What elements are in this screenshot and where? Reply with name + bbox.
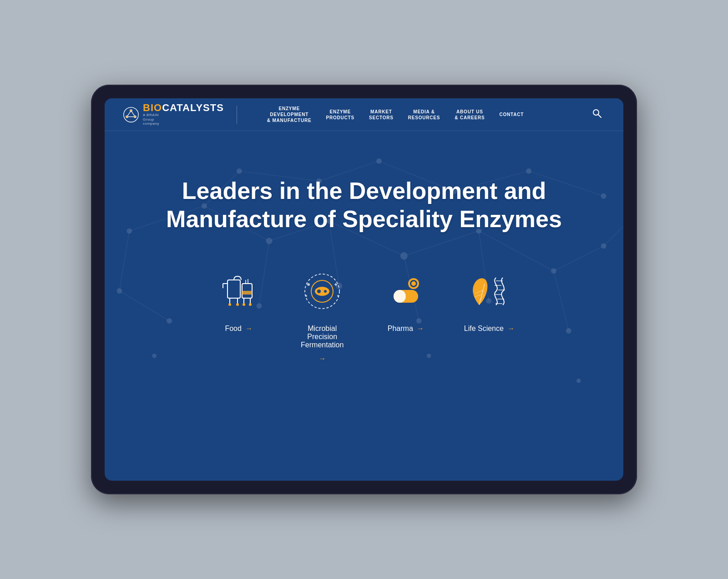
svg-point-40 [601, 244, 606, 249]
svg-point-78 [307, 283, 310, 286]
svg-point-46 [526, 168, 531, 173]
nav-item-media[interactable]: MEDIA &RESOURCES [401, 105, 448, 124]
svg-point-44 [376, 158, 381, 163]
svg-point-81 [337, 295, 339, 297]
pharma-card-label: Pharma → [388, 325, 424, 333]
svg-point-8 [126, 116, 128, 117]
svg-point-67 [236, 303, 239, 306]
nav-items: ENZYMEDEVELOPMENT& MANUFACTURE ENZYMEPRO… [260, 102, 589, 127]
svg-point-80 [305, 295, 307, 297]
svg-point-87 [411, 281, 416, 286]
navigation: BIOCATALYSTS A BRAIN Group company ENZYM… [105, 98, 623, 131]
svg-line-27 [119, 291, 169, 321]
card-microbial[interactable]: Microbial PrecisionFermentation → [280, 261, 364, 372]
svg-point-75 [315, 287, 329, 296]
life-science-card-label: Life Science → [464, 325, 515, 333]
microbial-icon [295, 270, 349, 315]
nav-item-about[interactable]: ABOUT US& CAREERS [447, 105, 492, 124]
logo-text: BIOCATALYSTS A BRAIN Group company [143, 103, 224, 126]
svg-rect-70 [242, 291, 252, 295]
microbial-card-label: Microbial PrecisionFermentation → [294, 325, 350, 363]
card-pharma[interactable]: Pharma → [364, 261, 448, 342]
svg-line-19 [604, 221, 623, 246]
svg-line-11 [598, 115, 601, 117]
hero-section: Leaders in the Development and Manufactu… [105, 131, 623, 481]
svg-point-76 [317, 290, 321, 293]
nav-item-enzyme-dev[interactable]: ENZYMEDEVELOPMENT& MANUFACTURE [260, 102, 319, 127]
pharma-icon [379, 270, 433, 315]
logo[interactable]: BIOCATALYSTS A BRAIN Group company [123, 103, 246, 126]
svg-rect-58 [228, 280, 240, 298]
card-food[interactable]: Food → [197, 261, 281, 342]
logo-bio-text: BIO [143, 102, 162, 113]
microbial-arrow: → [318, 355, 326, 363]
food-card-label: Food → [225, 325, 252, 333]
svg-point-7 [130, 110, 132, 112]
hero-title: Leaders in the Development and Manufactu… [159, 177, 569, 234]
food-arrow: → [245, 325, 253, 333]
nav-logo-divider [237, 106, 237, 124]
svg-point-68 [243, 303, 245, 306]
svg-rect-83 [394, 290, 406, 303]
life-science-arrow: → [507, 325, 515, 333]
svg-point-39 [551, 269, 556, 274]
svg-line-18 [554, 246, 604, 271]
svg-line-26 [119, 231, 129, 291]
svg-point-54 [566, 328, 571, 333]
svg-point-77 [324, 290, 327, 293]
svg-point-49 [167, 318, 172, 323]
svg-line-32 [554, 271, 569, 331]
svg-point-69 [249, 303, 252, 306]
cards-section: Food → [179, 234, 549, 395]
svg-point-9 [134, 116, 136, 117]
life-science-icon [462, 270, 516, 315]
food-icon [212, 270, 266, 315]
nav-item-enzyme-prod[interactable]: ENZYMEPRODUCTS [318, 105, 362, 124]
svg-line-5 [131, 111, 135, 117]
svg-point-48 [117, 289, 122, 294]
nav-item-contact[interactable]: CONTACT [492, 108, 531, 121]
svg-point-10 [593, 110, 599, 115]
search-icon[interactable] [589, 105, 605, 124]
svg-point-47 [601, 193, 606, 198]
svg-point-55 [152, 354, 157, 358]
logo-subtitle: A BRAIN Group company [143, 113, 224, 126]
svg-point-42 [237, 168, 242, 173]
nav-item-market[interactable]: MARKETSECTORS [362, 105, 401, 124]
microbial-text: Microbial PrecisionFermentation [294, 325, 350, 349]
card-life-science[interactable]: Life Science → [448, 261, 531, 342]
pharma-arrow: → [417, 325, 424, 333]
logo-brand: BIOCATALYSTS [143, 103, 224, 113]
logo-catalysts-text: CATALYSTS [162, 102, 224, 113]
tablet-frame: BIOCATALYSTS A BRAIN Group company ENZYM… [91, 85, 637, 494]
svg-point-57 [576, 379, 581, 383]
svg-line-4 [127, 111, 131, 117]
tablet-screen: BIOCATALYSTS A BRAIN Group company ENZYM… [105, 98, 623, 481]
svg-point-66 [228, 303, 231, 306]
svg-point-33 [127, 229, 132, 234]
logo-icon [123, 107, 139, 123]
svg-point-79 [335, 284, 337, 286]
